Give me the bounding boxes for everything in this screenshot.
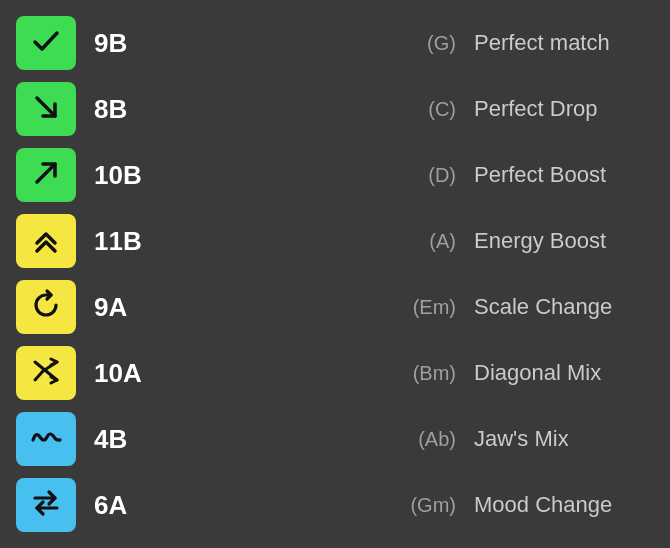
icon-box-scale-change <box>16 280 76 334</box>
mix-label-diagonal-mix: Diagonal Mix <box>474 360 654 386</box>
key-label-diagonal-mix: 10A <box>94 358 154 389</box>
icon-box-energy-boost <box>16 214 76 268</box>
icon-box-perfect-match <box>16 16 76 70</box>
double-chevron-up-icon <box>29 222 63 260</box>
mix-label-energy-boost: Energy Boost <box>474 228 654 254</box>
row-perfect-boost[interactable]: 10B (D) Perfect Boost <box>0 142 670 208</box>
mix-label-perfect-boost: Perfect Boost <box>474 162 654 188</box>
refresh-icon <box>29 288 63 326</box>
row-perfect-drop[interactable]: 8B (C) Perfect Drop <box>0 76 670 142</box>
arrow-up-right-icon <box>29 156 63 194</box>
key-label-jaws-mix: 4B <box>94 424 154 455</box>
swap-icon <box>29 486 63 524</box>
shuffle-icon <box>29 354 63 392</box>
row-mood-change[interactable]: 6A (Gm) Mood Change <box>0 472 670 538</box>
key-label-perfect-boost: 10B <box>94 160 154 191</box>
row-scale-change[interactable]: 9A (Em) Scale Change <box>0 274 670 340</box>
icon-box-diagonal-mix <box>16 346 76 400</box>
wave-icon <box>29 420 63 458</box>
camelot-key-perfect-drop: (C) <box>396 98 456 121</box>
mix-label-jaws-mix: Jaw's Mix <box>474 426 654 452</box>
camelot-key-scale-change: (Em) <box>396 296 456 319</box>
camelot-key-mood-change: (Gm) <box>396 494 456 517</box>
key-label-energy-boost: 11B <box>94 226 154 257</box>
svg-line-0 <box>37 98 55 116</box>
key-label-mood-change: 6A <box>94 490 154 521</box>
camelot-key-perfect-match: (G) <box>396 32 456 55</box>
mix-label-mood-change: Mood Change <box>474 492 654 518</box>
camelot-key-diagonal-mix: (Bm) <box>396 362 456 385</box>
key-label-perfect-match: 9B <box>94 28 154 59</box>
icon-box-mood-change <box>16 478 76 532</box>
arrow-down-right-icon <box>29 90 63 128</box>
icon-box-perfect-drop <box>16 82 76 136</box>
svg-line-1 <box>37 164 55 182</box>
camelot-key-energy-boost: (A) <box>396 230 456 253</box>
key-label-perfect-drop: 8B <box>94 94 154 125</box>
row-diagonal-mix[interactable]: 10A (Bm) Diagonal Mix <box>0 340 670 406</box>
check-icon <box>29 24 63 62</box>
row-jaws-mix[interactable]: 4B (Ab) Jaw's Mix <box>0 406 670 472</box>
icon-box-jaws-mix <box>16 412 76 466</box>
mix-label-perfect-match: Perfect match <box>474 30 654 56</box>
camelot-key-jaws-mix: (Ab) <box>396 428 456 451</box>
mix-label-scale-change: Scale Change <box>474 294 654 320</box>
svg-line-2 <box>35 371 43 380</box>
row-perfect-match[interactable]: 9B (G) Perfect match <box>0 10 670 76</box>
row-energy-boost[interactable]: 11B (A) Energy Boost <box>0 208 670 274</box>
mix-label-perfect-drop: Perfect Drop <box>474 96 654 122</box>
key-label-scale-change: 9A <box>94 292 154 323</box>
icon-box-perfect-boost <box>16 148 76 202</box>
camelot-key-perfect-boost: (D) <box>396 164 456 187</box>
